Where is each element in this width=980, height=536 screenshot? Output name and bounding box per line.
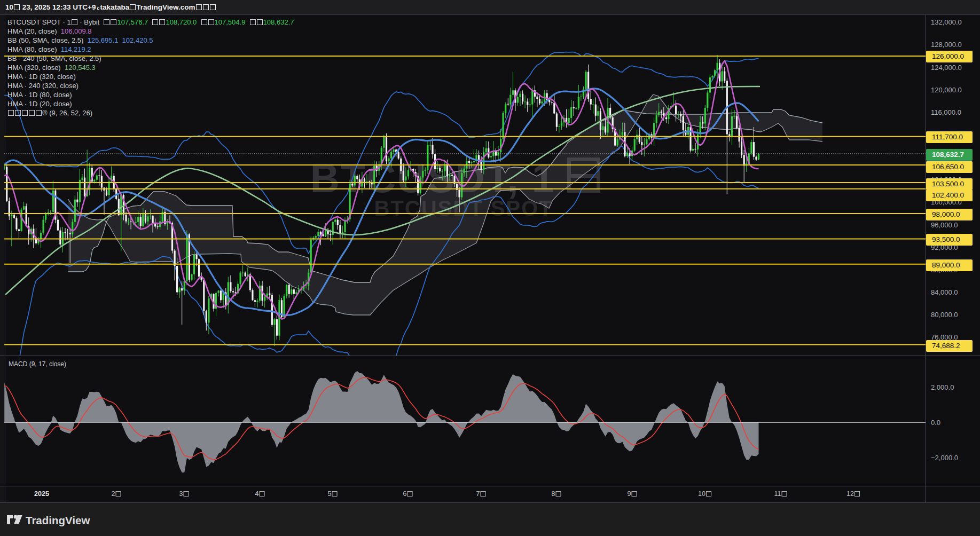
svg-text:TradingView: TradingView	[26, 514, 90, 526]
